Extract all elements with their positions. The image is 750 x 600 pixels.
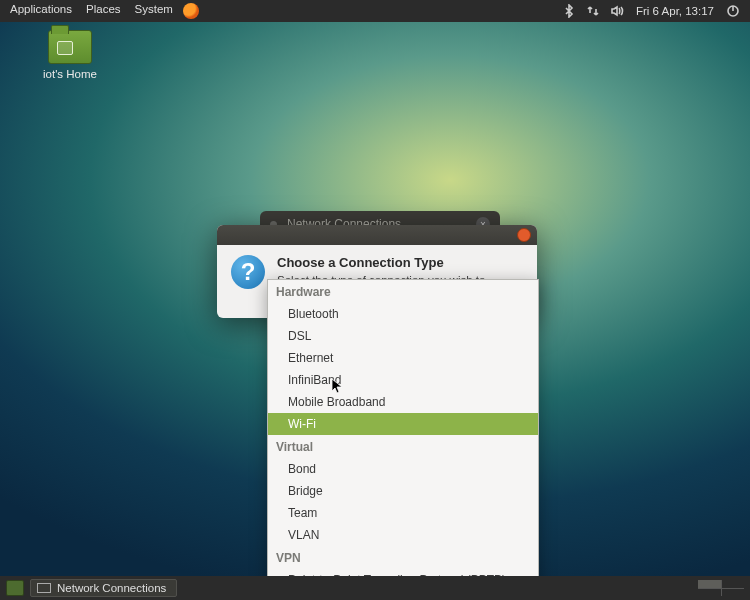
- bluetooth-icon[interactable]: [562, 4, 576, 18]
- desktop-home-icon[interactable]: iot's Home: [30, 30, 110, 80]
- taskbar-network-connections[interactable]: Network Connections: [30, 579, 177, 597]
- option-infiniband[interactable]: InfiniBand: [268, 369, 538, 391]
- option-dsl[interactable]: DSL: [268, 325, 538, 347]
- option-bridge[interactable]: Bridge: [268, 480, 538, 502]
- group-virtual: Virtual: [268, 435, 538, 458]
- menu-places[interactable]: Places: [80, 3, 127, 19]
- network-connections-icon: [37, 583, 51, 593]
- desktop-home-label: iot's Home: [30, 68, 110, 80]
- dialog-heading: Choose a Connection Type: [277, 255, 523, 270]
- option-bond[interactable]: Bond: [268, 458, 538, 480]
- connection-type-dropdown[interactable]: Hardware Bluetooth DSL Ethernet InfiniBa…: [267, 279, 539, 592]
- option-vlan[interactable]: VLAN: [268, 524, 538, 546]
- panel-menus: Applications Places System: [4, 3, 199, 19]
- clock[interactable]: Fri 6 Apr, 13:17: [634, 5, 716, 17]
- dialog-titlebar[interactable]: [217, 225, 537, 245]
- panel-tray: Fri 6 Apr, 13:17: [562, 4, 746, 18]
- group-vpn: VPN: [268, 546, 538, 569]
- question-icon: ?: [231, 255, 265, 289]
- option-mobile-broadband[interactable]: Mobile Broadband: [268, 391, 538, 413]
- power-icon[interactable]: [726, 4, 740, 18]
- option-team[interactable]: Team: [268, 502, 538, 524]
- network-updown-icon[interactable]: [586, 4, 600, 18]
- connection-type-dialog: ? Choose a Connection Type Select the ty…: [217, 225, 537, 318]
- close-icon[interactable]: [517, 228, 531, 242]
- group-hardware: Hardware: [268, 280, 538, 303]
- workspace-2[interactable]: [722, 580, 745, 588]
- top-panel: Applications Places System Fri 6 Apr, 13…: [0, 0, 750, 22]
- option-bluetooth[interactable]: Bluetooth: [268, 303, 538, 325]
- workspace-1[interactable]: [698, 580, 721, 588]
- option-ethernet[interactable]: Ethernet: [268, 347, 538, 369]
- menu-system[interactable]: System: [129, 3, 179, 19]
- workspace-switcher[interactable]: [698, 580, 744, 596]
- workspace-3[interactable]: [698, 589, 721, 597]
- bottom-panel: Network Connections: [0, 576, 750, 600]
- firefox-launcher-icon[interactable]: [183, 3, 199, 19]
- workspace-4[interactable]: [722, 589, 745, 597]
- folder-icon: [48, 30, 92, 64]
- volume-icon[interactable]: [610, 4, 624, 18]
- show-desktop-button[interactable]: [6, 580, 24, 596]
- option-wifi[interactable]: Wi-Fi: [268, 413, 538, 435]
- menu-applications[interactable]: Applications: [4, 3, 78, 19]
- taskbar-button-label: Network Connections: [57, 582, 166, 594]
